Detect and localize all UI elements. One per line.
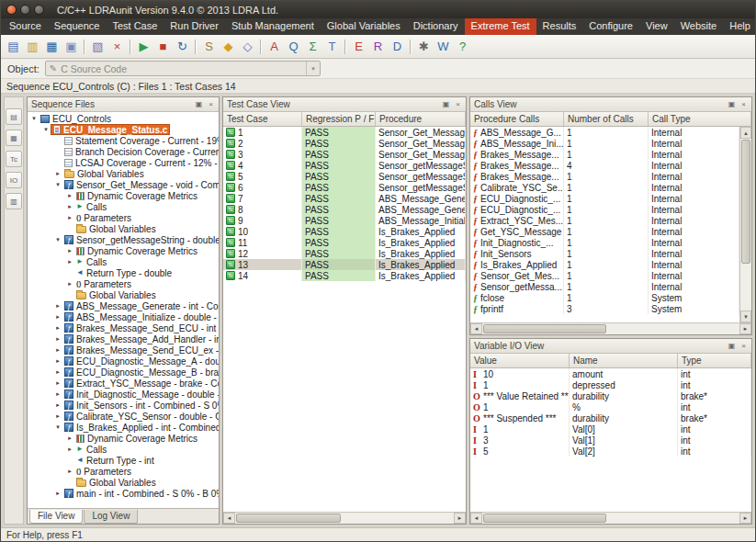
tree-item[interactable]: LCSAJ Coverage - Current - 12% - Co... [28, 157, 219, 168]
tree-item[interactable]: ▸►Calls [28, 256, 219, 267]
scroll-left-icon[interactable]: ◄ [470, 323, 482, 334]
expander-icon[interactable]: ▾ [53, 423, 62, 431]
rebuild-button[interactable]: ↻ [173, 37, 192, 56]
stub-management-button[interactable]: S [199, 37, 219, 56]
pin-icon[interactable]: ▣ [193, 98, 205, 110]
tree-item[interactable]: ▸Dynamic Coverage Metrics [28, 190, 219, 201]
horizontal-scrollbar[interactable]: ◄ ► [223, 512, 466, 524]
calls-row[interactable]: ƒfprintf3System [470, 303, 739, 314]
calls-row[interactable]: ƒABS_Message_Ini...1Internal [470, 138, 739, 149]
tree-item[interactable]: ▸ƒBrakes_Message_Send_ECU_ex - int -... [28, 344, 219, 356]
tree-item[interactable]: ▸ƒmain - int - Combined - S 0% - B 0% - … [28, 488, 219, 499]
scrollbar-thumb[interactable] [483, 324, 606, 333]
test-case-row[interactable]: Tc2PASSSensor_Get_Message [223, 138, 466, 149]
calls-row[interactable]: ƒCalibrate_YSC_Se...1Internal [470, 182, 739, 193]
scrollbar-track[interactable] [235, 513, 454, 524]
pin-icon[interactable]: ▣ [726, 340, 738, 352]
close-icon[interactable]: × [738, 98, 750, 110]
tree-item[interactable]: ▸ƒABS_Message_Initialize - double - Co..… [28, 311, 219, 322]
expander-icon[interactable]: ▸ [53, 346, 62, 354]
scroll-left-icon[interactable]: ◄ [470, 513, 482, 524]
tree-item[interactable]: ▸ƒECU_Diagnostic_Message_B - brake -... [28, 367, 219, 378]
tree-item[interactable]: ▾ƒSensor_Get_Message - void - Combine... [28, 179, 219, 190]
calls-row[interactable]: ƒSensor_getMessa...1Internal [470, 281, 739, 292]
column-header-procedure-calls[interactable]: Procedure Calls [470, 112, 564, 126]
menu-item-run-driver[interactable]: Run Driver [164, 18, 225, 35]
scrollbar-track[interactable] [482, 323, 739, 334]
run-driver-button[interactable]: ▶ [134, 37, 153, 56]
open-sequence-button[interactable]: ▥ [23, 37, 42, 56]
calls-row[interactable]: ƒBrakes_Message...1Internal [470, 149, 739, 160]
variable-row[interactable]: I3Val[1]int [470, 435, 751, 446]
menu-item-configure[interactable]: Configure [582, 18, 639, 35]
column-header-regression[interactable]: Regression P / F ▼ [302, 112, 376, 126]
tree-item[interactable]: ▸ƒBrakes_Message_Send_ECU - int - Co... [28, 322, 219, 333]
test-case-row[interactable]: Tc7PASSABS_Message_Generate... [223, 193, 466, 204]
menu-item-global-variables[interactable]: Global Variables [321, 18, 407, 35]
expander-icon[interactable]: ▸ [65, 214, 74, 221]
calls-row[interactable]: ƒGet_YSC_Message1Internal [470, 226, 739, 237]
variable-row[interactable]: I10amountint [470, 368, 751, 379]
expander-icon[interactable]: ▸ [53, 302, 62, 310]
test-case-row[interactable]: Tc11PASSIs_Brakes_Applied [223, 237, 466, 248]
calls-row[interactable]: ƒInit_Diagnostic_...1Internal [470, 237, 739, 248]
calls-row[interactable]: ƒECU_Diagnostic_...1Internal [470, 193, 739, 204]
scroll-right-icon[interactable]: ► [739, 323, 751, 334]
website-button[interactable]: W [434, 37, 453, 56]
calls-row[interactable]: ƒABS_Message_G...1Internal [470, 127, 739, 138]
tree-item[interactable]: Global Variables [28, 477, 219, 488]
expander-icon[interactable]: ▾ [53, 181, 62, 188]
pin-icon[interactable]: ▣ [440, 98, 452, 110]
expander-icon[interactable]: ▸ [65, 446, 74, 453]
tree-item[interactable]: ◄Return Type - double [28, 267, 219, 278]
column-header-type[interactable]: Type [678, 354, 751, 367]
expander-icon[interactable]: ▸ [65, 203, 74, 210]
expander-icon[interactable]: ▸ [65, 468, 74, 475]
column-header-number-of-calls[interactable]: Number of Calls [564, 112, 649, 126]
column-header-value[interactable]: Value [470, 354, 570, 367]
scroll-left-icon[interactable]: ◄ [223, 513, 235, 524]
scrollbar-thumb[interactable] [236, 514, 341, 523]
tree-item[interactable]: ▸►Calls [28, 201, 219, 212]
test-case-row[interactable]: Tc1PASSSensor_Get_Message [223, 127, 466, 138]
test-case-row[interactable]: Tc8PASSABS_Message_Generate... [223, 204, 466, 215]
io-view-button[interactable]: IO [6, 172, 22, 188]
calls-row[interactable]: ƒIs_Brakes_Applied1Internal [470, 259, 739, 270]
calls-row[interactable]: ƒInit_Sensors1Internal [470, 248, 739, 259]
tree-item[interactable]: ▾ECU_Controls [28, 113, 219, 124]
tree-item[interactable]: ▸Dynamic Coverage Metrics [28, 433, 219, 444]
lock-button[interactable]: ◆ [219, 37, 238, 56]
horizontal-scrollbar[interactable]: ◄ ► [470, 512, 751, 524]
report-view-button[interactable]: ▥ [6, 193, 22, 209]
calls-row[interactable]: ƒSensor_Get_Mes...1Internal [470, 270, 739, 281]
column-header-call-type[interactable]: Call Type [649, 112, 751, 126]
close-icon[interactable]: × [205, 98, 217, 110]
quality-report-button[interactable]: Q [284, 37, 303, 56]
scroll-right-icon[interactable]: ► [739, 513, 751, 524]
tree-item[interactable]: ▸Global Variables [28, 168, 219, 179]
tree-item[interactable]: ▸ƒExtract_YSC_Message - brake - Combined… [28, 378, 219, 389]
close-icon[interactable]: × [738, 340, 750, 352]
test-case-row[interactable]: Tc4PASSSensor_getMessageStri... [223, 160, 466, 171]
tree-item[interactable]: Statement Coverage - Current - 19% -... [28, 135, 219, 146]
delete-button[interactable]: × [107, 37, 127, 56]
expander-icon[interactable]: ▸ [53, 390, 62, 398]
menu-item-sequence[interactable]: Sequence [48, 18, 107, 35]
tree-item[interactable]: ▸ƒECU_Diagnostic_Message_A - double -... [28, 356, 219, 367]
menu-item-extreme-test[interactable]: Extreme Test [465, 18, 536, 35]
column-header-procedure[interactable]: Procedure [376, 112, 466, 126]
scroll-right-icon[interactable]: ► [454, 513, 466, 524]
test-case-row[interactable]: Tc12PASSIs_Brakes_Applied [223, 248, 466, 259]
test-case-row[interactable]: Tc13PASSIs_Brakes_Applied [223, 259, 466, 270]
expander-icon[interactable]: ▸ [53, 368, 62, 376]
menu-item-test-case[interactable]: Test Case [106, 18, 164, 35]
tree-item[interactable]: ▸ƒInit_Sensors - int - Combined - S 0% -… [28, 400, 219, 411]
menu-item-website[interactable]: Website [674, 18, 724, 35]
expander-icon[interactable]: ▸ [65, 280, 74, 288]
expander-icon[interactable]: ▸ [53, 335, 62, 343]
calls-row[interactable]: ƒfclose1System [470, 292, 739, 303]
source-view-button[interactable]: ▦ [6, 130, 22, 146]
expander-icon[interactable]: ▸ [65, 435, 74, 442]
minimize-window-button[interactable] [20, 5, 30, 15]
close-window-button[interactable] [6, 5, 17, 15]
